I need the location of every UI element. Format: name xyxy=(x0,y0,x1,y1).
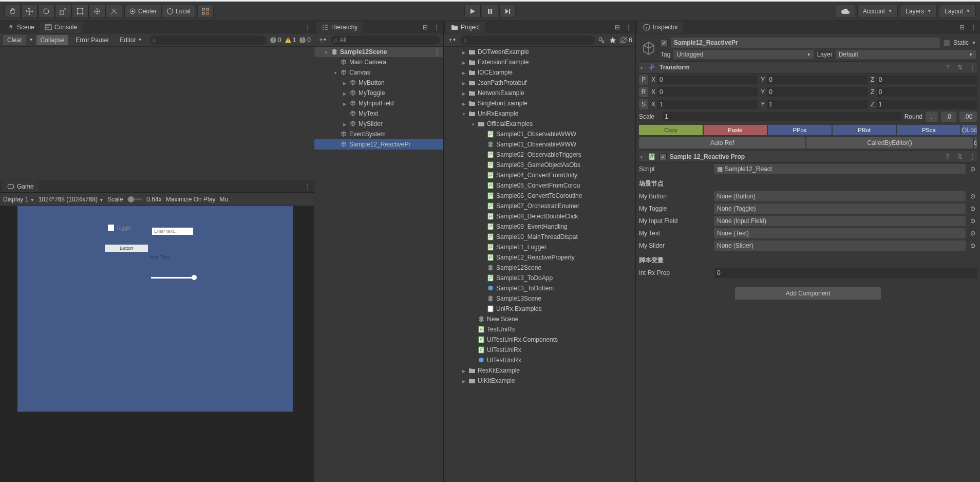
scl-y-field[interactable]: 1 xyxy=(767,100,867,109)
panel-menu[interactable]: ⋮ xyxy=(303,183,312,190)
cs-item[interactable]: #UITestUniRx.Components xyxy=(444,335,635,345)
folder-item[interactable]: ResKitExample xyxy=(444,365,635,376)
panel-menu[interactable]: ⋮ xyxy=(303,24,312,31)
tab-project[interactable]: Project xyxy=(446,22,485,33)
unity-item[interactable]: Sample01_ObservableWWW xyxy=(444,139,635,150)
foldout-arrow[interactable] xyxy=(461,367,466,374)
cs-item[interactable]: #Sample06_ConvertToCoroutine xyxy=(444,191,635,201)
foldout-arrow[interactable] xyxy=(461,48,466,55)
panel-menu[interactable]: ⋮ xyxy=(624,23,633,32)
scale-slider[interactable] xyxy=(127,198,142,200)
tab-scene[interactable]: #Scene xyxy=(2,22,40,33)
hand-tool[interactable] xyxy=(4,5,21,18)
pos-z-field[interactable]: 0 xyxy=(877,75,977,84)
scale-uniform-field[interactable]: 1 xyxy=(663,112,901,121)
gameobject-row[interactable]: Sample12_ReactivePr xyxy=(314,139,443,150)
layer-dropdown[interactable]: Default▼ xyxy=(836,50,976,59)
layout-dropdown[interactable]: Layout▼ xyxy=(939,5,976,18)
my-slider-field[interactable]: None (Slider) xyxy=(714,240,966,251)
folder-item[interactable]: IOCExample xyxy=(444,67,635,78)
preset-icon[interactable]: ⇅ xyxy=(955,64,965,71)
tab-inspector[interactable]: Inspector xyxy=(638,22,683,33)
gameobject-row[interactable]: MyText xyxy=(314,108,443,119)
foldout-arrow[interactable] xyxy=(324,48,329,55)
folder-item[interactable]: UniRxExample xyxy=(444,108,635,119)
gameobject-row[interactable]: EventSystem xyxy=(314,129,443,139)
folder-item[interactable]: ExtensionExample xyxy=(444,57,635,67)
play-button[interactable] xyxy=(464,5,481,18)
resolution-dropdown[interactable]: 1024*768 (1024x768) ▼ xyxy=(39,196,104,203)
c-button[interactable]: c xyxy=(974,137,977,149)
foldout-arrow[interactable] xyxy=(342,120,347,127)
lock-icon[interactable]: ⊟ xyxy=(421,23,430,32)
scl-x-field[interactable]: 1 xyxy=(657,100,758,109)
prot-button[interactable]: PRot xyxy=(833,125,896,135)
foldout-arrow[interactable] xyxy=(461,100,466,107)
component-enabled-checkbox[interactable] xyxy=(659,153,667,160)
hierarchy-list[interactable]: Sample12Scene⋮Main CameraCanvasMyButtonM… xyxy=(314,47,443,482)
project-list[interactable]: DOTweenExampleExtensionExampleIOCExample… xyxy=(444,47,635,482)
gameobject-row[interactable]: MyButton xyxy=(314,78,443,88)
tag-dropdown[interactable]: Untagged▼ xyxy=(673,50,814,59)
rect-tool[interactable] xyxy=(72,5,88,18)
foldout-arrow[interactable] xyxy=(470,120,476,127)
info-badge[interactable]: !0 xyxy=(270,36,281,44)
pause-button[interactable] xyxy=(482,5,498,18)
foldout-arrow[interactable] xyxy=(342,100,347,107)
copy-button[interactable]: Copy xyxy=(639,125,703,135)
autoref-button[interactable]: Auto Ref xyxy=(639,137,805,149)
go-active-checkbox[interactable] xyxy=(661,39,668,46)
scene-row[interactable]: Sample12Scene⋮ xyxy=(314,47,443,57)
folder-item[interactable]: UIKitExample xyxy=(444,376,635,386)
hidden-count[interactable]: 6 xyxy=(619,36,632,44)
prefab-item[interactable]: Sample13_ToDoItem xyxy=(444,283,635,293)
called-button[interactable]: CalledByEditor() xyxy=(806,137,973,149)
my-toggle-field[interactable]: None (Toggle) xyxy=(714,203,966,214)
help-icon[interactable]: ? xyxy=(943,64,952,71)
script-component-header[interactable]: # Sample 12_Reactive Prop ? ⇅ ⋮ xyxy=(639,151,977,163)
intrx-field[interactable]: 0 xyxy=(714,268,977,278)
foldout-arrow[interactable] xyxy=(461,69,466,76)
gameobject-row[interactable]: Canvas xyxy=(314,67,443,78)
transform-tool[interactable] xyxy=(89,5,105,18)
object-picker[interactable]: ⊙ xyxy=(969,242,977,250)
folder-item[interactable]: DOTweenExample xyxy=(444,47,635,57)
transform-header[interactable]: Transform ? ⇅ ⋮ xyxy=(639,61,977,73)
console-search[interactable]: ⌕ xyxy=(149,35,267,45)
panel-menu[interactable]: ⋮ xyxy=(969,23,978,32)
snap-tool[interactable] xyxy=(197,5,214,18)
component-menu[interactable]: ⋮ xyxy=(968,64,977,71)
unity-item[interactable]: New Scene xyxy=(444,314,635,324)
game-slider[interactable] xyxy=(151,277,194,279)
account-dropdown[interactable]: Account▼ xyxy=(857,5,898,18)
foldout-arrow[interactable] xyxy=(342,89,347,97)
foldout-arrow[interactable] xyxy=(342,79,347,86)
move-tool[interactable] xyxy=(21,5,37,18)
cs-item[interactable]: #TestUniRx xyxy=(444,324,635,335)
filter-icon[interactable] xyxy=(597,35,606,45)
chevron-down-icon[interactable]: ▼ xyxy=(972,41,976,45)
rotate-tool[interactable] xyxy=(38,5,54,18)
cs-item[interactable]: #Sample12_ReactiveProperty xyxy=(444,252,635,263)
foldout-arrow[interactable] xyxy=(333,69,338,76)
cs-item[interactable]: #Sample11_Logger xyxy=(444,242,635,252)
warn-badge[interactable]: !1 xyxy=(285,36,296,44)
object-picker[interactable]: ⊙ xyxy=(969,192,977,200)
step-button[interactable] xyxy=(499,5,516,18)
gameobject-row[interactable]: MySlider xyxy=(314,119,443,129)
ppos-button[interactable]: PPos xyxy=(768,125,832,135)
panel-menu[interactable]: ⋮ xyxy=(432,23,441,32)
rot-x-field[interactable]: 0 xyxy=(657,87,758,97)
local-cube-button[interactable]: Loc xyxy=(962,125,977,135)
rot-z-field[interactable]: 0 xyxy=(877,87,977,97)
game-input[interactable]: Enter text... xyxy=(152,228,193,235)
unity-item[interactable]: Sample12Scene xyxy=(444,263,635,273)
editor-dropdown[interactable]: Editor▼ xyxy=(116,35,146,45)
preset-icon[interactable]: ⇅ xyxy=(955,153,965,160)
my-input-field[interactable]: None (Input Field) xyxy=(714,216,966,226)
foldout-arrow[interactable] xyxy=(461,110,466,117)
custom-tool[interactable] xyxy=(106,5,122,18)
folder-item[interactable]: JsonPathProtobuf xyxy=(444,78,635,88)
object-picker[interactable]: ⊙ xyxy=(969,205,977,213)
prefab-item[interactable]: UITestUniRx xyxy=(444,355,635,365)
